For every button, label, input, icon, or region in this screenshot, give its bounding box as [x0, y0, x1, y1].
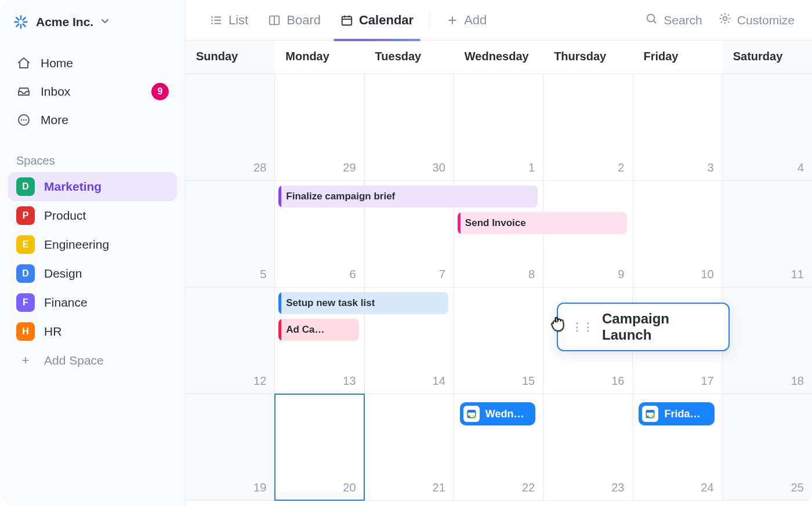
date-number: 21 [433, 481, 445, 494]
list-icon [210, 14, 223, 27]
view-tab-list[interactable]: List [203, 0, 255, 41]
space-item-marketing[interactable]: DMarketing [8, 172, 177, 201]
date-number: 9 [618, 268, 624, 281]
svg-rect-30 [467, 410, 476, 413]
space-item-engineering[interactable]: EEngineering [8, 230, 177, 259]
date-number: 17 [701, 374, 713, 388]
toolbar-divider [430, 12, 430, 29]
svg-point-16 [211, 23, 213, 24]
svg-rect-34 [647, 410, 655, 413]
board-icon [268, 14, 281, 27]
event-color-stripe [278, 292, 281, 314]
search-icon [645, 12, 658, 28]
event-color-stripe [458, 212, 461, 234]
add-space-button[interactable]: + Add Space [8, 346, 177, 375]
date-number: 19 [253, 481, 266, 494]
calendar-cell[interactable]: 25 [723, 394, 812, 500]
drag-handle-icon[interactable]: ⋮⋮ [572, 321, 594, 333]
calendar-cell[interactable]: 1 [454, 74, 543, 180]
date-number: 30 [433, 161, 445, 174]
svg-point-26 [647, 14, 655, 22]
calendar-cell[interactable]: 30 [365, 74, 454, 180]
calendar-cell[interactable]: 12 [186, 287, 275, 394]
svg-point-9 [21, 119, 22, 121]
event-color-stripe [278, 319, 281, 341]
calendar-cell[interactable]: 21 [365, 394, 454, 500]
calendar-event[interactable]: Finalize campaign brief [278, 185, 538, 208]
app-logo-icon [13, 14, 29, 30]
day-header: Thursday [543, 41, 633, 74]
space-item-product[interactable]: PProduct [8, 201, 177, 230]
calendar-cell[interactable]: 10 [633, 181, 722, 287]
add-view-label: Add [464, 13, 487, 28]
calendar-cell[interactable]: 11 [723, 181, 812, 287]
calendar-cell[interactable]: 20 [275, 394, 364, 500]
customize-button[interactable]: Customize [719, 12, 795, 28]
calendar-cell[interactable]: 4 [723, 74, 812, 180]
space-avatar: F [16, 293, 35, 312]
date-number: 6 [349, 268, 356, 281]
spaces-heading: Spaces [8, 151, 177, 172]
calendar-event[interactable]: Send Invoice [458, 212, 628, 234]
event-color-stripe [278, 185, 281, 208]
add-view-button[interactable]: Add [440, 0, 494, 41]
calendar-cell[interactable]: 23 [543, 394, 633, 500]
view-toolbar: List Board Calendar Add [186, 0, 812, 41]
day-header: Friday [633, 41, 722, 74]
svg-line-4 [16, 17, 19, 20]
calendar-event[interactable]: Ad Ca… [278, 319, 358, 341]
space-item-label: Marketing [44, 180, 102, 194]
google-calendar-icon [642, 406, 658, 422]
workspace-switcher[interactable]: Acme Inc. [8, 12, 177, 39]
calendar-cell[interactable]: 28 [186, 74, 275, 180]
calendar-header-row: SundayMondayTuesdayWednesdayThursdayFrid… [186, 41, 812, 74]
space-item-design[interactable]: DDesign [8, 259, 177, 288]
calendar-cell[interactable]: 2 [543, 74, 633, 180]
space-avatar: D [16, 264, 35, 283]
calendar-week-row: 2829301234 [186, 74, 812, 181]
google-calendar-event[interactable]: Wedn… [460, 402, 535, 425]
nav-label: Inbox [41, 85, 70, 99]
search-button[interactable]: Search [645, 12, 702, 28]
date-number: 3 [708, 161, 714, 174]
dragging-task-card[interactable]: ⋮⋮ Campaign Launch [557, 303, 730, 351]
spaces-list: DMarketingPProductEEngineeringDDesignFFi… [8, 172, 177, 346]
date-number: 4 [798, 161, 804, 174]
svg-rect-36 [647, 416, 650, 418]
calendar-cell[interactable]: 29 [275, 74, 364, 180]
event-label: Send Invoice [465, 217, 526, 229]
google-calendar-event[interactable]: Frida… [639, 402, 714, 425]
date-number: 25 [791, 481, 804, 494]
calendar-cell[interactable]: 15 [454, 287, 543, 394]
gear-icon [719, 12, 731, 28]
calendar-cell[interactable]: 5 [186, 181, 275, 287]
space-avatar: H [16, 322, 35, 341]
date-number: 22 [522, 481, 535, 494]
calendar-cell[interactable]: 18 [723, 287, 812, 394]
calendar-cell[interactable]: 19 [186, 394, 275, 500]
svg-line-27 [654, 21, 657, 24]
day-header: Saturday [723, 41, 812, 74]
date-number: 1 [528, 161, 535, 174]
nav-more[interactable]: More [8, 107, 177, 133]
event-label: Setup new task list [286, 297, 375, 309]
calendar-cell[interactable]: 3 [633, 74, 722, 180]
svg-rect-20 [342, 16, 352, 25]
date-number: 28 [253, 161, 266, 174]
nav-home[interactable]: Home [8, 50, 177, 77]
plus-icon [447, 14, 458, 26]
space-item-finance[interactable]: FFinance [8, 288, 177, 317]
view-tab-label: Board [287, 13, 321, 28]
view-tab-board[interactable]: Board [261, 0, 328, 41]
date-number: 29 [343, 161, 356, 174]
svg-line-7 [16, 24, 19, 27]
view-tab-calendar[interactable]: Calendar [334, 0, 420, 41]
day-header: Monday [275, 41, 364, 74]
space-item-hr[interactable]: HHR [8, 317, 177, 346]
calendar-event[interactable]: Setup new task list [278, 292, 448, 314]
day-header: Tuesday [365, 41, 454, 74]
svg-line-6 [23, 17, 26, 20]
nav-inbox[interactable]: Inbox 9 [8, 77, 177, 107]
space-avatar: D [16, 177, 35, 196]
space-item-label: Design [44, 267, 82, 281]
